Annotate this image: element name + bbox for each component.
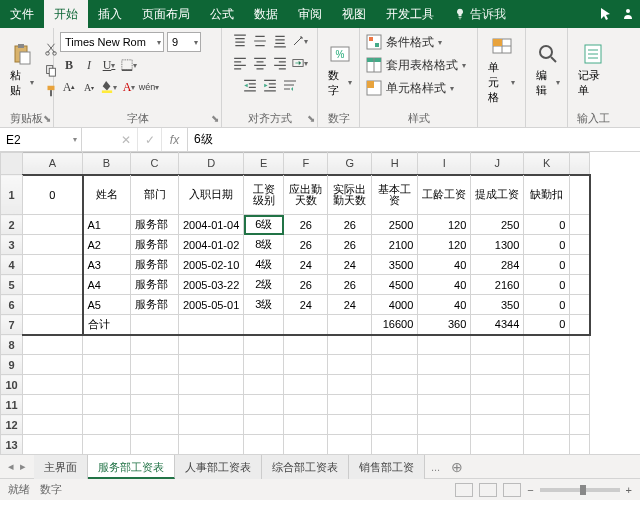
menu-文件[interactable]: 文件: [0, 0, 44, 28]
italic-button[interactable]: I: [80, 56, 98, 74]
cell[interactable]: [524, 375, 570, 395]
cell[interactable]: 26: [284, 215, 328, 235]
cell[interactable]: 2005-02-10: [179, 255, 244, 275]
cell[interactable]: [83, 415, 131, 435]
cell[interactable]: [570, 395, 590, 415]
row-header[interactable]: 9: [1, 355, 23, 375]
cell[interactable]: [244, 335, 284, 355]
cell[interactable]: 工龄工资: [418, 175, 471, 215]
cell[interactable]: 0: [524, 235, 570, 255]
cell[interactable]: 26: [284, 275, 328, 295]
name-box[interactable]: E2▾: [0, 128, 82, 151]
cell[interactable]: [524, 335, 570, 355]
cell[interactable]: [570, 415, 590, 435]
cell[interactable]: 提成工资: [471, 175, 524, 215]
cell[interactable]: [418, 395, 471, 415]
row-header[interactable]: 11: [1, 395, 23, 415]
row-header[interactable]: 13: [1, 435, 23, 455]
clipboard-launcher[interactable]: ⬊: [43, 112, 51, 126]
cell[interactable]: [131, 395, 179, 415]
conditional-format-button[interactable]: 条件格式▾: [366, 32, 442, 52]
cell[interactable]: 0: [23, 175, 83, 215]
cell[interactable]: [179, 335, 244, 355]
cell[interactable]: [244, 375, 284, 395]
cell[interactable]: [471, 395, 524, 415]
cell[interactable]: 0: [524, 275, 570, 295]
cell-style-button[interactable]: 单元格样式▾: [366, 78, 454, 98]
cell[interactable]: 0: [524, 215, 570, 235]
cell[interactable]: 3500: [372, 255, 418, 275]
cell[interactable]: [372, 335, 418, 355]
cell[interactable]: [328, 395, 372, 415]
cell[interactable]: [179, 375, 244, 395]
cell[interactable]: 服务部: [131, 215, 179, 235]
cell[interactable]: [131, 415, 179, 435]
wrap-text-button[interactable]: [281, 76, 299, 94]
col-header[interactable]: B: [83, 153, 131, 175]
cell[interactable]: [471, 355, 524, 375]
cell[interactable]: [244, 355, 284, 375]
cell[interactable]: 服务部: [131, 235, 179, 255]
cell[interactable]: A2: [83, 235, 131, 255]
cell[interactable]: 2005-03-22: [179, 275, 244, 295]
cell[interactable]: 0: [524, 255, 570, 275]
fill-color-button[interactable]: ▾: [100, 78, 118, 96]
cell[interactable]: A4: [83, 275, 131, 295]
col-header[interactable]: K: [524, 153, 570, 175]
cell[interactable]: [23, 435, 83, 455]
cell[interactable]: [524, 435, 570, 455]
normal-view-button[interactable]: [455, 483, 473, 497]
cell[interactable]: [372, 395, 418, 415]
cell[interactable]: A5: [83, 295, 131, 315]
col-header[interactable]: J: [471, 153, 524, 175]
merge-button[interactable]: ▾: [291, 54, 309, 72]
menu-插入[interactable]: 插入: [88, 0, 132, 28]
cell[interactable]: 4500: [372, 275, 418, 295]
font-size-select[interactable]: 9▾: [167, 32, 201, 52]
align-bottom-button[interactable]: [271, 32, 289, 50]
increase-font-button[interactable]: A▴: [60, 78, 78, 96]
cell[interactable]: [524, 415, 570, 435]
cell[interactable]: [471, 375, 524, 395]
cell[interactable]: [83, 435, 131, 455]
cell[interactable]: 40: [418, 295, 471, 315]
col-header[interactable]: C: [131, 153, 179, 175]
cell[interactable]: [23, 335, 83, 355]
cell[interactable]: 26: [284, 235, 328, 255]
cell[interactable]: [570, 435, 590, 455]
editing-button[interactable]: 编辑▾: [532, 40, 564, 100]
cell[interactable]: 入职日期: [179, 175, 244, 215]
phonetic-button[interactable]: wén▾: [140, 78, 158, 96]
cell[interactable]: [284, 335, 328, 355]
cell[interactable]: [244, 415, 284, 435]
cell[interactable]: 部门: [131, 175, 179, 215]
align-left-button[interactable]: [231, 54, 249, 72]
cell[interactable]: [284, 375, 328, 395]
cell[interactable]: [418, 375, 471, 395]
cell[interactable]: [328, 435, 372, 455]
cell[interactable]: 2004-01-04: [179, 215, 244, 235]
cell[interactable]: [23, 375, 83, 395]
sheet-tab[interactable]: 综合部工资表: [262, 455, 349, 479]
cell[interactable]: 26: [328, 215, 372, 235]
cell[interactable]: 服务部: [131, 275, 179, 295]
cell[interactable]: 2500: [372, 215, 418, 235]
number-format-button[interactable]: % 数字▾: [324, 40, 356, 100]
cell[interactable]: 工资级别: [244, 175, 284, 215]
col-header[interactable]: A: [23, 153, 83, 175]
cell[interactable]: 基本工资: [372, 175, 418, 215]
col-header[interactable]: I: [418, 153, 471, 175]
border-button[interactable]: ▾: [120, 56, 138, 74]
tell-me[interactable]: 告诉我: [444, 6, 516, 23]
cell[interactable]: [372, 355, 418, 375]
cell[interactable]: [131, 435, 179, 455]
row-header[interactable]: 7: [1, 315, 23, 335]
cell[interactable]: [244, 395, 284, 415]
col-header[interactable]: [570, 153, 590, 175]
cell[interactable]: 服务部: [131, 255, 179, 275]
col-header[interactable]: G: [328, 153, 372, 175]
cell[interactable]: 24: [328, 295, 372, 315]
cell[interactable]: 应出勤天数: [284, 175, 328, 215]
cell[interactable]: 0: [524, 295, 570, 315]
increase-indent-button[interactable]: [261, 76, 279, 94]
